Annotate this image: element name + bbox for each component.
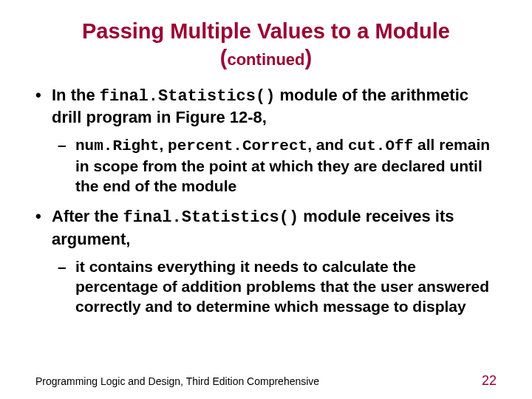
title-paren-close: ) [305, 46, 313, 69]
sub1-code2: percent.Correct [168, 137, 307, 154]
footer: Programming Logic and Design, Third Edit… [0, 373, 532, 389]
page-number: 22 [482, 373, 497, 389]
sub1-code3: cut.Off [348, 137, 413, 154]
bullet-list: In the final.Statistics() module of the … [35, 85, 497, 317]
title-paren-open: ( [220, 46, 228, 69]
title-line-1: Passing Multiple Values to a Module [35, 18, 497, 44]
title-line-2: (continued) [35, 44, 497, 71]
bullet-2-sublist: it contains everything it needs to calcu… [52, 257, 497, 317]
bullet-1: In the final.Statistics() module of the … [52, 85, 497, 197]
bullet-2: After the final.Statistics() module rece… [52, 206, 497, 316]
bullet-1-pre: In the [52, 86, 100, 104]
bullet-2-sub: it contains everything it needs to calcu… [75, 257, 497, 317]
slide-title: Passing Multiple Values to a Module (con… [35, 18, 497, 72]
sub1-code1: num.Right [75, 137, 159, 154]
slide: Passing Multiple Values to a Module (con… [0, 0, 532, 399]
footer-text: Programming Logic and Design, Third Edit… [35, 375, 319, 387]
bullet-1-sublist: num.Right, percent.Correct, and cut.Off … [52, 135, 497, 197]
bullet-2-pre: After the [52, 207, 123, 225]
sub1-sep2: , and [307, 136, 348, 153]
sub1-sep1: , [159, 136, 168, 153]
bullet-1-code: final.Statistics() [100, 87, 276, 106]
title-continued: continued [227, 50, 304, 69]
bullet-2-code: final.Statistics() [123, 208, 299, 227]
bullet-1-sub: num.Right, percent.Correct, and cut.Off … [75, 135, 497, 197]
